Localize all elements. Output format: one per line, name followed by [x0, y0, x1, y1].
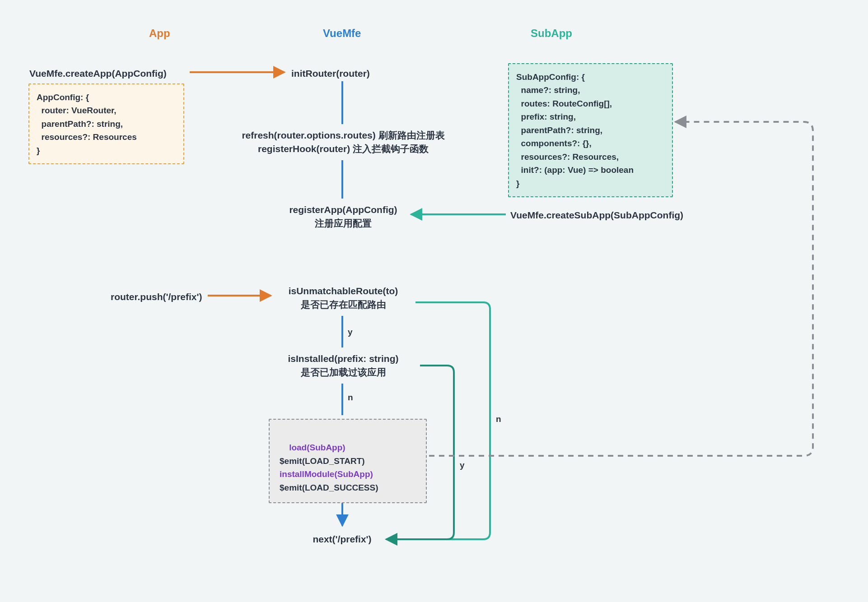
node-refreshRegister: refresh(router.options.routes) 刷新路由注册表 r…	[226, 129, 461, 156]
header-app: App	[149, 27, 170, 40]
box-subAppConfig: SubAppConfig: { name?: string, routes: R…	[508, 63, 673, 197]
edgelabel-y2: y	[460, 460, 465, 470]
node-initRouter: initRouter(router)	[291, 67, 370, 80]
node-next: next('/prefix')	[298, 533, 386, 546]
node-routerPush: router.push('/prefix')	[111, 290, 202, 304]
load-l4: $emit(LOAD_SUCCESS)	[280, 483, 378, 492]
node-isUnmatchable: isUnmatchableRoute(to) 是否已存在匹配路由	[271, 284, 415, 312]
edgelabel-n1: n	[348, 393, 353, 403]
load-l3: installModule(SubApp)	[280, 469, 373, 479]
edgelabel-n2: n	[496, 414, 501, 424]
refresh-line: refresh(router.options.routes) 刷新路由注册表	[242, 130, 444, 140]
load-l2: $emit(LOAD_START)	[280, 456, 365, 466]
node-registerApp: registerApp(AppConfig) 注册应用配置	[275, 203, 411, 231]
box-appConfig: AppConfig: { router: VueRouter, parentPa…	[28, 83, 184, 164]
registerHook-line: registerHook(router) 注入拦截钩子函数	[258, 144, 429, 154]
node-isInstalled: isInstalled(prefix: string) 是否已加载过该应用	[266, 352, 420, 380]
node-createSubApp: VueMfe.createSubApp(SubAppConfig)	[510, 208, 683, 222]
box-load: load(SubApp) $emit(LOAD_START) installMo…	[269, 419, 427, 503]
load-l1: load(SubApp)	[289, 443, 345, 452]
edgelabel-y1: y	[348, 327, 353, 337]
header-vuemfe: VueMfe	[323, 27, 361, 40]
node-createApp: VueMfe.createApp(AppConfig)	[29, 67, 167, 80]
header-subapp: SubApp	[531, 27, 572, 40]
